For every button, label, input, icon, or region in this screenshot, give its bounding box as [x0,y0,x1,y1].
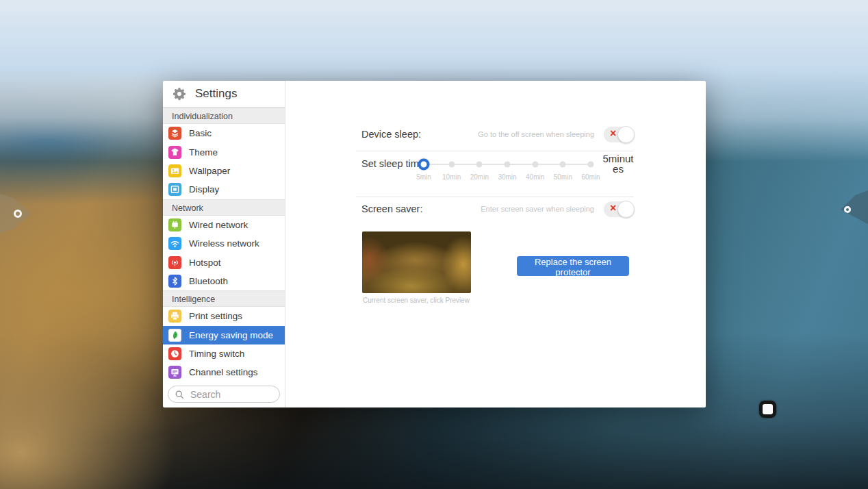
wallpaper-icon [168,164,181,177]
toggle-knob[interactable] [617,201,635,218]
sidebar-item-label: Wireless network [189,238,259,249]
gear-icon [14,210,22,218]
screen-saver-hint: Enter screen saver when sleeping [481,205,594,213]
sidebar-header: Settings [163,81,285,108]
sidebar-item-energy-saving-mode[interactable]: Energy saving mode [163,326,285,344]
home-button[interactable] [759,401,776,418]
sidebar-item-label: Hotspot [189,258,221,268]
bluetooth-icon [168,275,181,288]
gear-icon [844,206,851,213]
page-title: Settings [195,87,237,101]
screen-saver-toggle[interactable]: × [604,201,634,217]
sidebar-item-label: Theme [189,147,218,158]
screen-saver-preview-image[interactable] [362,231,471,293]
toggle-knob[interactable] [617,126,635,143]
screen-saver-row: Screen saver: Enter screen saver when sl… [356,199,634,219]
slider-tick-label: 40min [526,173,544,181]
slider-stop-20min[interactable] [476,162,483,168]
section-header-network: Network [163,199,285,216]
device-sleep-hint: Go to the off screen when sleeping [478,130,594,138]
theme-icon [168,146,181,159]
sidebar-item-theme[interactable]: Theme [163,142,285,161]
search-input[interactable] [189,388,267,401]
settings-content: Device sleep: Go to the off screen when … [285,81,706,408]
sidebar-item-wired-network[interactable]: Wired network [163,216,285,234]
slider-tick-label: 30min [498,173,516,181]
toggle-off-x-icon: × [610,127,616,140]
sidebar-item-label: Energy saving mode [189,330,273,340]
sidebar-item-label: Basic [189,128,212,138]
screen-saver-label: Screen saver: [361,203,422,214]
divider [356,197,634,197]
sleep-time-row: Set sleep time: 5min10min20min30min40min… [356,152,634,190]
slider-tick-label: 5min [416,173,431,181]
search-box[interactable] [168,386,280,403]
sidebar-item-print-settings[interactable]: Print settings [163,307,285,325]
sidebar-item-display[interactable]: Display [163,180,285,199]
sidebar-item-label: Bluetooth [189,276,228,286]
sidebar-item-wallpaper[interactable]: Wallpaper [163,162,285,180]
hotspot-icon [168,256,181,269]
sidebar-item-wireless-network[interactable]: Wireless network [163,234,285,253]
sleep-time-slider[interactable]: 5min10min20min30min40min50min60min [424,152,591,177]
sleep-time-value: 5minutes [602,153,634,175]
section-header-intelligence: Intelligence [163,290,285,307]
search-icon [174,389,185,400]
wireless-network-icon [168,237,181,250]
settings-dialog: Settings IndividualizationBasicThemeWall… [163,81,706,408]
slider-tick-label: 50min [554,173,572,181]
slider-knob[interactable] [418,159,430,171]
left-edge-settings-handle[interactable] [0,194,31,234]
sidebar-item-label: Print settings [189,311,242,321]
right-edge-settings-handle[interactable] [841,190,868,229]
print-icon [168,310,181,323]
toggle-off-x-icon: × [610,202,616,214]
slider-tick-label: 10min [442,173,461,181]
sidebar-item-label: Wired network [189,220,248,230]
display-icon [168,183,181,196]
sidebar: Settings IndividualizationBasicThemeWall… [163,81,285,408]
sidebar-item-channel-settings[interactable]: Channel settings [163,363,285,381]
sidebar-item-label: Display [189,184,219,195]
slider-stop-60min[interactable] [588,162,594,168]
sidebar-item-label: Wallpaper [189,166,230,176]
section-header-individualization: Individualization [163,108,285,124]
sidebar-item-label: Timing switch [189,349,244,359]
slider-stop-40min[interactable] [532,162,538,168]
replace-screen-protector-button[interactable]: Replace the screen protector [517,256,629,276]
channel-icon [168,366,181,379]
screen-saver-caption: Current screen saver, click Preview [334,297,498,304]
sidebar-sections: IndividualizationBasicThemeWallpaperDisp… [163,108,285,382]
slider-stop-50min[interactable] [560,162,566,168]
device-sleep-toggle[interactable]: × [604,127,634,142]
wired-network-icon [168,218,181,231]
slider-tick-label: 20min [470,173,489,181]
slider-stop-10min[interactable] [448,162,455,168]
device-sleep-label: Device sleep: [361,129,421,140]
divider [356,151,634,151]
basic-icon [168,127,181,140]
gear-icon [172,86,187,101]
device-sleep-row: Device sleep: Go to the off screen when … [356,122,634,147]
energy-icon [168,329,181,342]
sidebar-item-bluetooth[interactable]: Bluetooth [163,272,285,290]
sidebar-item-hotspot[interactable]: Hotspot [163,253,285,271]
sidebar-item-basic[interactable]: Basic [163,124,285,142]
timing-icon [168,347,181,360]
slider-stop-30min[interactable] [505,162,511,168]
sidebar-item-label: Channel settings [189,367,258,377]
sidebar-item-timing-switch[interactable]: Timing switch [163,344,285,363]
slider-tick-label: 60min [581,173,600,181]
